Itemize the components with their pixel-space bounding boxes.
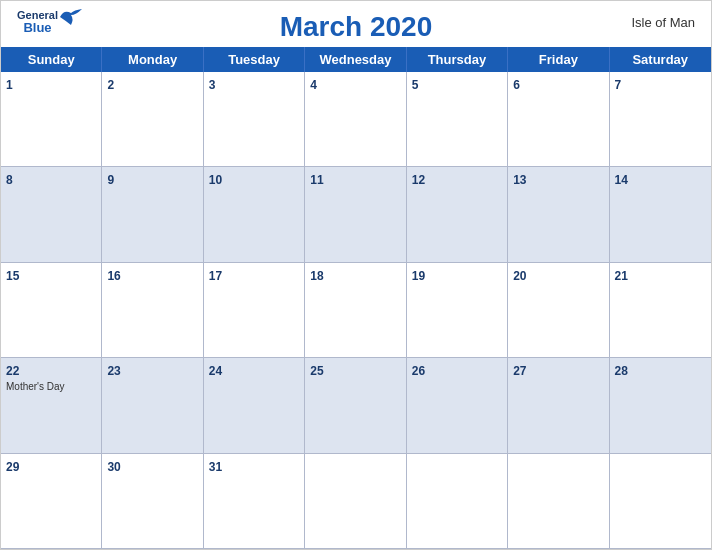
day-cell: 7 [610, 72, 711, 167]
day-cell: 27 [508, 358, 609, 453]
day-headers-row: SundayMondayTuesdayWednesdayThursdayFrid… [1, 47, 711, 72]
day-header-saturday: Saturday [610, 47, 711, 72]
calendar-region: Isle of Man [631, 15, 695, 30]
day-number: 12 [412, 173, 425, 187]
day-number: 29 [6, 460, 19, 474]
day-number: 26 [412, 364, 425, 378]
day-cell: 20 [508, 263, 609, 358]
calendar-header: General Blue March 2020 Isle of Man [1, 1, 711, 47]
day-cell: 1 [1, 72, 102, 167]
day-cell: 17 [204, 263, 305, 358]
day-number: 1 [6, 78, 13, 92]
day-number: 16 [107, 269, 120, 283]
day-number: 25 [310, 364, 323, 378]
day-cell: 9 [102, 167, 203, 262]
event-label: Mother's Day [6, 381, 96, 392]
day-cell [610, 454, 711, 549]
day-cell: 15 [1, 263, 102, 358]
day-cell: 16 [102, 263, 203, 358]
day-cell [305, 454, 406, 549]
day-header-tuesday: Tuesday [204, 47, 305, 72]
day-cell [508, 454, 609, 549]
day-cell: 14 [610, 167, 711, 262]
day-number: 15 [6, 269, 19, 283]
calendar-title: March 2020 [280, 11, 433, 43]
day-number: 21 [615, 269, 628, 283]
day-cell: 5 [407, 72, 508, 167]
day-number: 31 [209, 460, 222, 474]
day-number: 19 [412, 269, 425, 283]
calendar: General Blue March 2020 Isle of Man Sund… [0, 0, 712, 550]
day-cell: 3 [204, 72, 305, 167]
day-cell: 30 [102, 454, 203, 549]
day-cell: 8 [1, 167, 102, 262]
day-cell: 29 [1, 454, 102, 549]
day-cell: 10 [204, 167, 305, 262]
day-cell: 19 [407, 263, 508, 358]
day-number: 8 [6, 173, 13, 187]
day-cell: 4 [305, 72, 406, 167]
logo-bird-icon [60, 9, 82, 25]
day-cell: 28 [610, 358, 711, 453]
day-cell: 13 [508, 167, 609, 262]
day-header-wednesday: Wednesday [305, 47, 406, 72]
day-header-thursday: Thursday [407, 47, 508, 72]
day-cell: 26 [407, 358, 508, 453]
day-cell: 2 [102, 72, 203, 167]
day-cell: 23 [102, 358, 203, 453]
day-cell: 12 [407, 167, 508, 262]
day-cell [407, 454, 508, 549]
day-number: 20 [513, 269, 526, 283]
day-number: 2 [107, 78, 114, 92]
day-number: 10 [209, 173, 222, 187]
day-header-monday: Monday [102, 47, 203, 72]
day-number: 24 [209, 364, 222, 378]
day-number: 5 [412, 78, 419, 92]
day-number: 17 [209, 269, 222, 283]
calendar-grid: 12345678910111213141516171819202122Mothe… [1, 72, 711, 549]
logo-blue-text: Blue [23, 21, 51, 35]
day-number: 22 [6, 364, 19, 378]
day-number: 9 [107, 173, 114, 187]
day-cell: 21 [610, 263, 711, 358]
day-number: 28 [615, 364, 628, 378]
day-number: 4 [310, 78, 317, 92]
day-number: 18 [310, 269, 323, 283]
day-number: 13 [513, 173, 526, 187]
day-header-friday: Friday [508, 47, 609, 72]
logo: General Blue [17, 9, 58, 35]
day-cell: 24 [204, 358, 305, 453]
day-number: 27 [513, 364, 526, 378]
day-cell: 22Mother's Day [1, 358, 102, 453]
day-number: 23 [107, 364, 120, 378]
day-number: 11 [310, 173, 323, 187]
day-number: 30 [107, 460, 120, 474]
day-number: 6 [513, 78, 520, 92]
day-number: 14 [615, 173, 628, 187]
day-cell: 18 [305, 263, 406, 358]
day-cell: 6 [508, 72, 609, 167]
day-cell: 11 [305, 167, 406, 262]
day-cell: 31 [204, 454, 305, 549]
day-number: 3 [209, 78, 216, 92]
day-header-sunday: Sunday [1, 47, 102, 72]
day-cell: 25 [305, 358, 406, 453]
day-number: 7 [615, 78, 622, 92]
